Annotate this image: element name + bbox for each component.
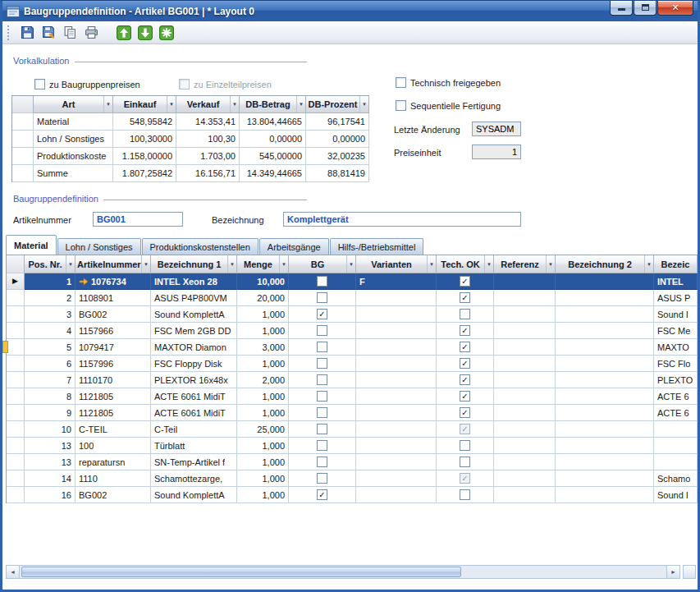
scroll-corner-button[interactable]: [683, 565, 696, 579]
filter-dropdown-icon[interactable]: ▼: [103, 96, 112, 112]
filter-dropdown-icon[interactable]: ▼: [230, 96, 239, 112]
grid-column-header-bezeic[interactable]: Bezeic: [654, 255, 698, 273]
tech-ok-checkbox[interactable]: [460, 457, 470, 467]
grid-column-header-referenz[interactable]: Referenz▼: [494, 255, 556, 273]
grid-column-header-bezeichnung-1[interactable]: Bezeichnung 1▼: [151, 255, 237, 273]
grid-column-header-varianten[interactable]: Varianten▼: [356, 255, 437, 273]
filter-dropdown-icon[interactable]: ▼: [141, 255, 150, 273]
column-header-db-prozent[interactable]: DB-Prozent▼: [306, 96, 369, 113]
filter-dropdown-icon[interactable]: ▼: [484, 255, 493, 273]
vorkalkulation-row[interactable]: Summe1.807,2584216.156,7114.349,4466588,…: [12, 165, 369, 182]
bg-checkbox[interactable]: [317, 342, 327, 352]
row-selector[interactable]: [12, 113, 34, 131]
grid-row[interactable]: 61157996FSC Floppy Disk1,000✓FSC Flo: [7, 356, 698, 372]
bg-checkbox[interactable]: [317, 440, 327, 451]
row-selector[interactable]: [7, 421, 25, 438]
vorkalkulation-row[interactable]: Produktionskoste1.158,000001.703,00545,0…: [12, 148, 369, 165]
tech-ok-checkbox[interactable]: ✓: [460, 391, 470, 402]
filter-dropdown-icon[interactable]: ▼: [546, 255, 555, 273]
grid-row[interactable]: 10C-TEILC-Teil25,000✓: [7, 421, 698, 438]
move-up-button[interactable]: [114, 23, 134, 43]
grid-column-header-artikelnummer[interactable]: Artikelnummer▼: [75, 255, 151, 273]
artikelnummer-field[interactable]: BG001: [93, 212, 183, 227]
grid-column-header-bezeichnung-2[interactable]: Bezeichnung 2▼: [556, 255, 654, 273]
preiseinheit-field[interactable]: 1: [472, 145, 521, 159]
grid-column-header-tech-ok[interactable]: Tech. OK▼: [437, 255, 494, 273]
scroll-track[interactable]: [20, 566, 666, 578]
scroll-left-button[interactable]: ◄: [7, 566, 20, 578]
letzte-aenderung-field[interactable]: SYSADM: [472, 122, 521, 136]
tech-ok-checkbox[interactable]: ✓: [460, 424, 470, 434]
grid-row[interactable]: 21108901ASUS P4P800VM20,000✓ASUS P: [7, 290, 698, 306]
grid-row[interactable]: 71110170PLEXTOR 16x48x2,000✓PLEXTO: [7, 372, 698, 388]
row-selector[interactable]: [7, 339, 25, 356]
maximize-button[interactable]: [634, 1, 657, 16]
grid-row[interactable]: 81121805ACTE 6061 MidiT1,000✓ACTE 6: [7, 388, 698, 405]
tab-material[interactable]: Material: [6, 235, 57, 255]
filter-dropdown-icon[interactable]: ▼: [427, 255, 436, 273]
row-selector[interactable]: [7, 290, 25, 306]
row-selector[interactable]: [7, 372, 25, 388]
row-selector[interactable]: [7, 323, 25, 339]
bg-checkbox[interactable]: [317, 407, 327, 418]
checkbox-sequentielle-fertigung[interactable]: Sequentielle Fertigung: [396, 100, 501, 111]
vorkalkulation-row[interactable]: Lohn / Sonstiges100,30000100,300,000000,…: [12, 131, 369, 148]
bg-checkbox[interactable]: [317, 391, 327, 402]
row-selector[interactable]: [7, 306, 25, 323]
row-selector[interactable]: [7, 388, 25, 405]
close-button[interactable]: ✕: [657, 1, 693, 16]
row-selector[interactable]: [12, 131, 34, 148]
grid-row[interactable]: 91121805ACTE 6061 MidiT1,000✓ACTE 6: [7, 405, 698, 421]
bg-checkbox[interactable]: [317, 358, 327, 369]
tech-ok-checkbox[interactable]: ✓: [460, 292, 470, 303]
save-layout-button[interactable]: [39, 23, 58, 43]
tech-ok-checkbox[interactable]: ✓: [460, 374, 470, 385]
minimize-button[interactable]: [610, 1, 633, 16]
tech-ok-checkbox[interactable]: [460, 440, 470, 451]
grid-row[interactable]: 3BG002Sound KomplettA1,000✓Sound I: [7, 306, 698, 323]
scroll-thumb[interactable]: [21, 567, 461, 577]
filter-dropdown-icon[interactable]: ▼: [296, 96, 305, 112]
tech-ok-checkbox[interactable]: ✓: [460, 342, 470, 352]
tab-hilfs-betriebsmittel[interactable]: Hilfs-/Betriebsmittel: [330, 238, 424, 255]
print-button[interactable]: [81, 23, 101, 43]
bezeichnung-field[interactable]: Komplettgerät: [283, 212, 521, 227]
bg-checkbox[interactable]: ✓: [317, 309, 327, 319]
tech-ok-checkbox[interactable]: ✓: [460, 473, 470, 484]
bg-checkbox[interactable]: [317, 457, 327, 467]
row-selector[interactable]: [7, 487, 25, 503]
row-selector[interactable]: [7, 454, 25, 470]
row-selector[interactable]: [7, 470, 25, 487]
copy-button[interactable]: [60, 23, 80, 43]
grid-row[interactable]: 13reparatursnSN-Temp-Artikel f1,000: [7, 454, 698, 470]
row-selector[interactable]: [12, 165, 34, 182]
grid-column-header-bg[interactable]: BG▼: [289, 255, 356, 273]
grid-column-header-menge[interactable]: Menge▼: [237, 255, 289, 273]
column-header-verkauf[interactable]: Verkauf▼: [176, 96, 240, 113]
filter-dropdown-icon[interactable]: ▼: [644, 255, 653, 273]
grid-row[interactable]: 13100Türblatt1,000: [7, 438, 698, 454]
bg-checkbox[interactable]: [317, 325, 327, 336]
bg-checkbox[interactable]: [317, 424, 327, 434]
column-header-einkauf[interactable]: Einkauf▼: [113, 96, 176, 113]
bg-checkbox[interactable]: [317, 276, 327, 287]
grid-row[interactable]: 16BG002Sound KomplettA1,000✓Sound I: [7, 487, 698, 503]
grid-row[interactable]: 141110Schamottezarge,1,000✓Schamo: [7, 470, 698, 487]
bg-checkbox[interactable]: [317, 292, 327, 303]
row-selector[interactable]: [7, 356, 25, 372]
grid-row[interactable]: 51079417MAXTOR Diamon3,000✓MAXTO: [7, 339, 698, 356]
tech-ok-checkbox[interactable]: [460, 309, 470, 319]
tech-ok-checkbox[interactable]: ✓: [460, 325, 470, 336]
row-selector[interactable]: [7, 438, 25, 454]
filter-dropdown-icon[interactable]: ▼: [279, 255, 288, 273]
row-selector[interactable]: [7, 405, 25, 421]
tab-produktionskostenstellen[interactable]: Produktionskostenstellen: [142, 238, 258, 255]
column-header-db-betrag[interactable]: DB-Betrag▼: [240, 96, 306, 113]
tech-ok-checkbox[interactable]: ✓: [460, 407, 470, 418]
filter-dropdown-icon[interactable]: ▼: [66, 255, 75, 273]
toolbar-grip[interactable]: [7, 25, 12, 40]
recalculate-button[interactable]: [157, 23, 176, 43]
tech-ok-checkbox[interactable]: ✓: [460, 276, 470, 287]
filter-dropdown-icon[interactable]: ▼: [227, 255, 236, 273]
column-header-art[interactable]: Art▼: [34, 96, 113, 113]
